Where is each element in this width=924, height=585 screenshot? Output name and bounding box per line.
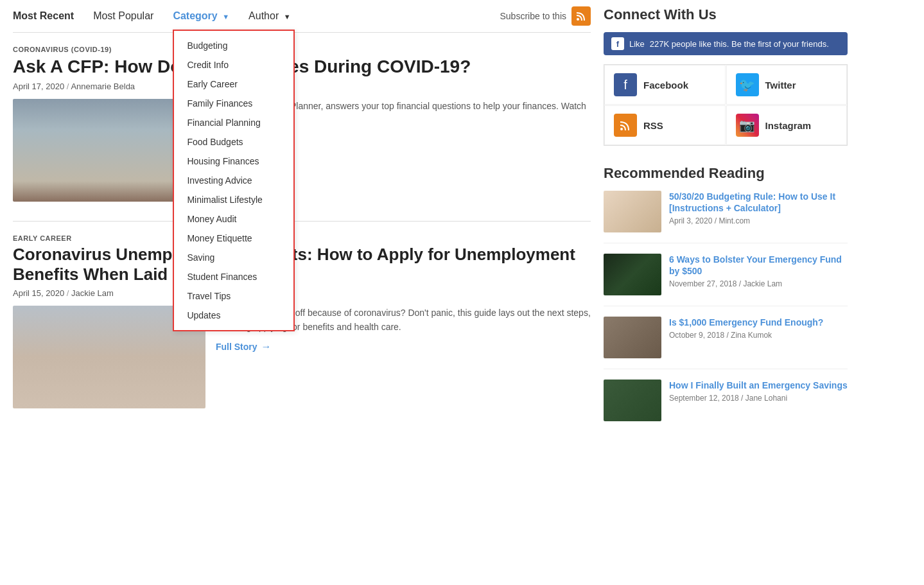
connect-section: Connect With Us f Like 227K people like … [604,6,848,146]
rec-meta-2: November 27, 2018 / Jackie Lam [669,279,848,288]
article-1-meta: April 17, 2020 / Annemarie Belda [13,82,591,91]
menu-item-early-career[interactable]: Early Career [174,74,293,94]
twitter-label: Twitter [765,80,796,91]
rec-text-3: Is $1,000 Emergency Fund Enough? October… [669,317,823,358]
fb-like-icon: f [611,37,624,50]
fb-like-label: Like [629,39,645,49]
author-chevron-icon: ▼ [284,13,291,21]
rec-item-3: Is $1,000 Emergency Fund Enough? October… [604,317,848,369]
social-twitter[interactable]: 🐦 Twitter [726,65,848,105]
social-facebook[interactable]: f Facebook [604,65,726,105]
twitter-icon: 🐦 [736,73,759,96]
rec-title-3[interactable]: Is $1,000 Emergency Fund Enough? [669,317,823,328]
menu-item-student-finances[interactable]: Student Finances [174,267,293,286]
rss-label: RSS [643,120,663,131]
subscribe-label: Subscribe to this [500,11,567,21]
facebook-label: Facebook [643,80,688,91]
article-1-title[interactable]: Ask A CFP: How Do◼ My Finances During CO… [13,56,591,78]
menu-item-housing-finances[interactable]: Housing Finances [174,152,293,171]
full-story-link[interactable]: Full Story → [216,341,272,353]
category-dropdown-menu: Budgeting Credit Info Early Career Famil… [173,30,295,331]
svg-point-0 [577,18,579,21]
menu-item-financial-planning[interactable]: Financial Planning [174,113,293,132]
rec-meta-4: September 12, 2018 / Jane Lohani [669,394,848,403]
menu-item-credit-info[interactable]: Credit Info [174,55,293,74]
fb-like-bar[interactable]: f Like 227K people like this. Be the fir… [604,32,848,55]
nav-author[interactable]: Author ▼ [248,10,290,22]
rec-thumb-4 [604,380,661,421]
instagram-icon: 📷 [736,114,759,137]
rec-meta-1: April 3, 2020 / Mint.com [669,216,848,225]
subscribe-rss-icon[interactable] [571,6,591,26]
nav-most-popular[interactable]: Most Popular [93,10,153,22]
rec-thumb-3 [604,317,661,358]
menu-item-money-audit[interactable]: Money Audit [174,209,293,229]
rec-title-2[interactable]: 6 Ways to Bolster Your Emergency Fund by… [669,254,848,277]
recommended-title: Recommended Reading [604,165,848,182]
rec-thumb-2 [604,254,661,295]
article-divider-1 [13,221,591,222]
social-grid: f Facebook 🐦 Twitter RSS [604,64,848,146]
article-2: EARLY CAREER Coronavirus Unemployment Be… [13,234,591,408]
rec-text-4: How I Finally Built an Emergency Savings… [669,380,848,421]
rss-icon [614,114,637,137]
menu-item-saving[interactable]: Saving [174,248,293,267]
subscribe-area: Subscribe to this [500,6,591,26]
facebook-icon: f [614,73,637,96]
rec-item-1: 50/30/20 Budgeting Rule: How to Use It [… [604,191,848,243]
recommended-section: Recommended Reading 50/30/20 Budgeting R… [604,165,848,432]
rec-item-2: 6 Ways to Bolster Your Emergency Fund by… [604,254,848,306]
menu-item-updates[interactable]: Updates [174,306,293,325]
rec-thumb-1 [604,191,661,232]
svg-point-1 [620,128,623,130]
nav-category[interactable]: Category ▼ [173,10,229,21]
article-2-category: EARLY CAREER [13,234,591,242]
nav-most-recent[interactable]: Most Recent [13,10,74,22]
menu-item-money-etiquette[interactable]: Money Etiquette [174,229,293,248]
article-1-body: Certified Financial Planner, answers you… [13,99,591,202]
instagram-label: Instagram [765,120,812,131]
article-2-title[interactable]: Coronavirus Unemployment Benefits: How t… [13,245,591,284]
menu-item-investing-advice[interactable]: Investing Advice [174,171,293,190]
fb-like-text: 227K people like this. Be the first of y… [650,39,829,49]
menu-item-minimalist-lifestyle[interactable]: Minimalist Lifestyle [174,190,293,209]
connect-title: Connect With Us [604,6,848,23]
sidebar: Connect With Us f Like 227K people like … [604,6,848,451]
category-chevron-icon: ▼ [222,13,229,21]
menu-item-food-budgets[interactable]: Food Budgets [174,132,293,152]
article-1: CORONAVIRUS (COVID-19) Ask A CFP: How Do… [13,46,591,202]
category-dropdown-wrapper: Category ▼ Budgeting Credit Info Early C… [173,10,229,22]
rec-item-4: How I Finally Built an Emergency Savings… [604,380,848,432]
menu-item-travel-tips[interactable]: Travel Tips [174,286,293,306]
social-instagram[interactable]: 📷 Instagram [726,105,848,145]
article-2-body: Have you been laid off because of corona… [13,306,591,408]
menu-item-budgeting[interactable]: Budgeting [174,36,293,55]
menu-item-family-finances[interactable]: Family Finances [174,94,293,113]
rec-title-4[interactable]: How I Finally Built an Emergency Savings [669,380,848,391]
article-2-meta: April 15, 2020 / Jackie Lam [13,288,591,298]
nav-bar: Most Recent Most Popular Category ▼ Budg… [13,6,591,33]
rec-meta-3: October 9, 2018 / Zina Kumok [669,331,823,340]
rec-title-1[interactable]: 50/30/20 Budgeting Rule: How to Use It [… [669,191,848,214]
rec-text-2: 6 Ways to Bolster Your Emergency Fund by… [669,254,848,295]
main-content: Most Recent Most Popular Category ▼ Budg… [13,6,591,451]
social-rss[interactable]: RSS [604,105,726,145]
article-1-category: CORONAVIRUS (COVID-19) [13,46,591,53]
full-story-arrow-icon: → [261,341,272,353]
rec-text-1: 50/30/20 Budgeting Rule: How to Use It [… [669,191,848,232]
